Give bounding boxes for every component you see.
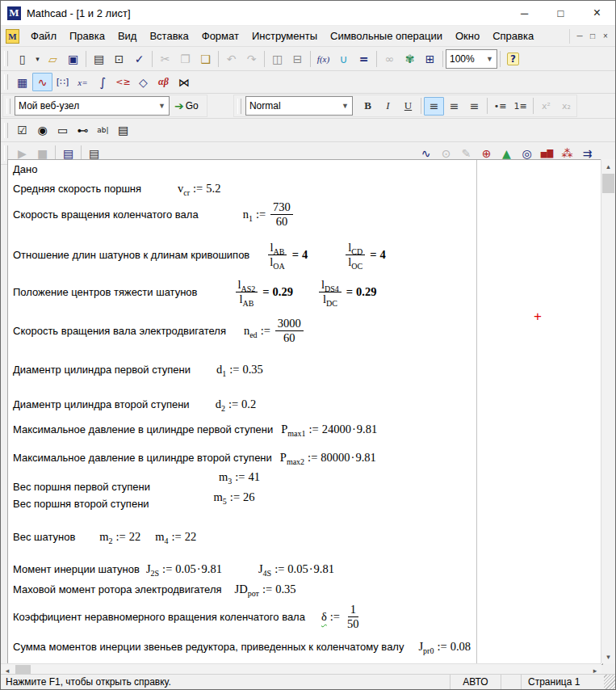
greek-palette-button[interactable]: αβ	[153, 73, 174, 91]
scroll-down-arrow[interactable]: ▾	[601, 650, 615, 663]
math-region[interactable]: lABlOA=4	[266, 241, 308, 270]
listbox-control-button[interactable]: ▤	[113, 121, 133, 140]
menu-вставка[interactable]: Вставка	[143, 26, 195, 46]
text-region[interactable]: Средняя скорость поршня	[13, 183, 141, 195]
insert-unit-button[interactable]: ∪	[333, 49, 354, 68]
align-center-button[interactable]: ≡	[444, 97, 464, 116]
worksheet-region[interactable]: Отношение длин шатунов к длинам кривошип…	[13, 241, 386, 270]
toolbar-grip[interactable]	[4, 51, 8, 66]
textbox-control-button[interactable]: ab|	[93, 121, 113, 140]
math-region[interactable]: lAS2lAB=0.29	[234, 278, 293, 307]
text-region[interactable]: Коэффициент неравномерного вращения коле…	[13, 611, 305, 623]
worksheet-region[interactable]: Вес поршня второй ступениm5:=26	[13, 497, 255, 511]
mdi-restore-button[interactable]: □	[586, 32, 599, 40]
new-button[interactable]: ▯	[12, 49, 32, 68]
menu-файл[interactable]: Файл	[24, 26, 63, 46]
worksheet-region[interactable]: Диаментр цилиндра второй ступениd2:=0.2	[13, 398, 256, 411]
toolbar-grip[interactable]	[6, 99, 10, 114]
align-down-button[interactable]: ⊟	[287, 49, 308, 68]
italic-button[interactable]: I	[378, 97, 398, 116]
text-region[interactable]: Маховой момент ротора электродвигателя	[13, 583, 222, 595]
style-combo[interactable]: Normal ▼	[245, 96, 353, 116]
zoom-combo[interactable]: 100%▼	[446, 49, 497, 69]
math-region[interactable]: J2S:=0.05·9.81	[146, 562, 222, 576]
text-region[interactable]: Скорость вращения вала электродвигателя	[13, 325, 226, 337]
math-region[interactable]: Pmax2:=80000·9.81	[280, 451, 376, 465]
math-region[interactable]: δ:=150	[321, 603, 363, 632]
vertical-scroll-thumb[interactable]	[602, 174, 614, 193]
toolbar-grip[interactable]	[4, 123, 8, 138]
bold-button[interactable]: B	[358, 97, 378, 116]
text-region[interactable]: Максимальное давление в цилиндре второй …	[13, 452, 272, 464]
graph-palette-button[interactable]: ∿	[32, 73, 52, 91]
math-region[interactable]: n1:=73060	[243, 200, 295, 229]
symbolic-palette-button[interactable]: ⋈	[174, 73, 194, 91]
worksheet-region[interactable]: Диаментр цилиндра первой ступениd1:=0.35	[13, 363, 263, 377]
worksheet-region[interactable]: Максимальное давление в цилиндре первой …	[13, 423, 377, 436]
align-left-button[interactable]: ≡	[424, 97, 444, 116]
save-button[interactable]: ▣	[63, 49, 83, 68]
slider-control-button[interactable]: ⊷	[73, 121, 93, 140]
chevron-down-icon[interactable]: ▼	[338, 102, 352, 110]
insert-table-button[interactable]: ⊞	[420, 49, 440, 68]
spelling-button[interactable]: ✓	[129, 49, 149, 68]
worksheet[interactable]: + ДаноСредняя скорость поршняvcr:=5.2Ско…	[7, 159, 603, 665]
insert-function-button[interactable]: f(x)	[313, 49, 333, 68]
menu-вид[interactable]: Вид	[111, 26, 144, 46]
text-region[interactable]: Диаментр цилиндра второй ступени	[13, 398, 190, 410]
menu-инструменты[interactable]: Инструменты	[245, 26, 324, 46]
chevron-down-icon[interactable]: ▼	[483, 55, 497, 63]
underline-button[interactable]: U	[398, 97, 418, 116]
math-region[interactable]: m5:=26	[214, 490, 255, 504]
text-region[interactable]: Положение центров тяжести шатунов	[13, 286, 198, 298]
math-region[interactable]: Pmax1:=24000·9.81	[281, 423, 377, 436]
component-button[interactable]: ✾	[400, 49, 420, 68]
worksheet-region[interactable]: Момент инерции шатуновJ2S:=0.05·9.81J4S:…	[13, 562, 334, 576]
text-region[interactable]: Диаментр цилиндра первой ступени	[13, 364, 191, 376]
text-region[interactable]: Сумма моментов инерции звеньев редуктора…	[13, 641, 404, 653]
calculate-button[interactable]: =	[354, 49, 374, 68]
chevron-down-icon[interactable]: ▼	[155, 102, 169, 110]
programming-palette-button[interactable]: ◇	[133, 73, 153, 91]
worksheet-region[interactable]: Максимальное давление в цилиндре второй …	[13, 451, 376, 465]
bullet-list-button[interactable]: •≡	[490, 97, 510, 116]
go-button[interactable]: ➔ Go	[174, 99, 199, 112]
math-region[interactable]: m4:=22	[155, 530, 196, 544]
maximize-button[interactable]: □	[543, 1, 579, 25]
help-button[interactable]: ?	[503, 49, 523, 68]
print-preview-button[interactable]: ⊡	[109, 49, 129, 68]
math-region[interactable]: J4S:=0.05·9.81	[258, 562, 334, 576]
mdi-minimize-button[interactable]: ─	[573, 32, 586, 40]
web-address-combo[interactable]: Мой веб-узел ▼	[15, 96, 170, 116]
worksheet-region[interactable]: Маховой момент ротора электродвигателяJD…	[13, 583, 296, 596]
resize-grip[interactable]	[604, 675, 615, 689]
pushbutton-control-button[interactable]: ▭	[52, 121, 73, 140]
vertical-scrollbar[interactable]: ▴ ▾	[601, 159, 615, 663]
text-region[interactable]: Вес шатунов	[13, 531, 75, 543]
math-region[interactable]: m3:=41	[219, 470, 260, 484]
text-region[interactable]: Отношение длин шатунов к длинам кривошип…	[13, 249, 249, 261]
minimize-button[interactable]: ─	[506, 1, 543, 25]
worksheet-region[interactable]: Положение центров тяжести шатуновlAS2lAB…	[13, 278, 376, 307]
text-region[interactable]: Максимальное давление в цилиндре первой …	[13, 423, 273, 435]
new-dropdown[interactable]: ▾	[32, 49, 43, 68]
math-region[interactable]: lCDlOC=4	[344, 241, 385, 270]
text-region[interactable]: Скорость вращения коленчатого вала	[13, 208, 199, 221]
worksheet-region[interactable]: Коэффициент неравномерного вращения коле…	[13, 603, 363, 632]
boolean-palette-button[interactable]: <≥	[113, 73, 133, 91]
menu-справка[interactable]: Справка	[486, 26, 540, 46]
text-region[interactable]: Вес поршня второй ступени	[13, 498, 149, 510]
menu-окно[interactable]: Окно	[449, 26, 486, 46]
math-region[interactable]: d1:=0.35	[216, 363, 263, 377]
math-region[interactable]: d2:=0.2	[216, 398, 257, 411]
toolbar-grip[interactable]	[237, 99, 241, 114]
align-across-button[interactable]: ◫	[267, 49, 287, 68]
math-region[interactable]: vcr:=5.2	[178, 182, 220, 196]
worksheet-region[interactable]: Сумма моментов инерции звеньев редуктора…	[13, 640, 471, 654]
math-region[interactable]: Jpr0:=0.08	[418, 640, 471, 654]
math-region[interactable]: ned:=300060	[244, 317, 305, 346]
checkbox-control-button[interactable]: ☑	[12, 121, 32, 140]
menu-формат[interactable]: Формат	[195, 26, 245, 46]
calculator-palette-button[interactable]: ▦	[12, 73, 32, 91]
align-right-button[interactable]: ≡	[464, 97, 484, 116]
